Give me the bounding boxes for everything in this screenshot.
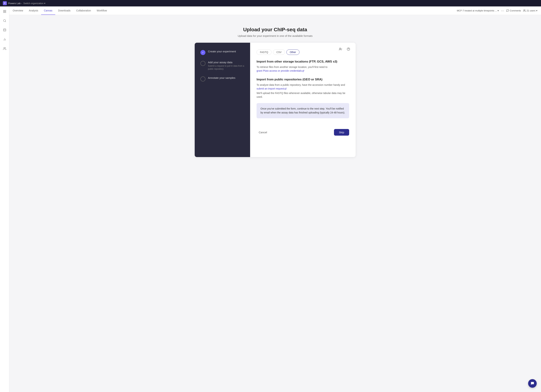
- top-bar: P Powers Lab - Switch organization ▾: [0, 0, 541, 6]
- section-repos-text1-content: To analyze data from a public repository…: [257, 83, 345, 86]
- page-title: Upload your ChIP-seq data: [243, 27, 307, 32]
- nav-tabs: Overview Analysis Canvas Downloads Colla…: [10, 6, 110, 15]
- section-repos-text2: We'll upload the FASTQ files whenever av…: [257, 91, 349, 99]
- experiment-chevron-icon: ▾: [498, 9, 499, 12]
- format-tabs: FASTQ CSV Other: [257, 50, 349, 55]
- sidebar-item-charts[interactable]: [2, 36, 7, 42]
- svg-rect-0: [3, 10, 4, 11]
- org-name: Powers Lab -: [8, 2, 22, 5]
- step-create-experiment: ✓ Create your experiment: [200, 50, 244, 55]
- step-annotate-samples-info: Annotate your samples: [208, 76, 235, 79]
- step-create-experiment-info: Create your experiment: [208, 50, 236, 53]
- nav-bar-right: MCF-7 treated at multiple timepoints ...…: [457, 9, 541, 13]
- card-container: ✓ Create your experiment Add your assay …: [195, 43, 356, 157]
- page-subtitle: Upload data for your experiment in one o…: [238, 34, 313, 37]
- left-panel: ✓ Create your experiment Add your assay …: [195, 43, 250, 157]
- grant-access-link-text: grant Pluto access or provide credential…: [257, 69, 302, 73]
- main-content: Upload your ChIP-seq data Upload data fo…: [9, 21, 541, 162]
- switch-organization-button[interactable]: Switch organization ▾: [23, 2, 46, 5]
- svg-line-5: [5, 21, 6, 22]
- step-annotate-samples: Annotate your samples: [200, 76, 244, 82]
- section-public-repos: Import from public repositories (GEO or …: [257, 78, 349, 99]
- right-panel: FASTQ CSV Other Import from other storag…: [250, 43, 356, 157]
- svg-point-6: [3, 29, 6, 30]
- svg-point-11: [524, 10, 525, 10]
- right-panel-actions: [338, 46, 351, 52]
- section-storage-text-content: To retrieve files from another storage l…: [257, 66, 327, 68]
- panel-footer: Cancel Skip: [257, 125, 349, 136]
- step-add-assay: Add your assay data Submit a request to …: [200, 61, 244, 71]
- info-box: Once you've submitted the form, continue…: [257, 103, 349, 118]
- tab-analysis[interactable]: Analysis: [26, 6, 41, 15]
- users-button[interactable]: 21 users ▾: [523, 9, 537, 12]
- nav-bar-actions: Comments 21 users ▾: [506, 9, 537, 12]
- switch-org-label: Switch organization: [23, 2, 44, 5]
- experiment-name[interactable]: MCF-7 treated at multiple timepoints ...…: [457, 9, 499, 12]
- experiment-name-text: MCF-7 treated at multiple timepoints ...: [457, 9, 497, 12]
- help-button[interactable]: [346, 46, 351, 52]
- tab-fastq[interactable]: FASTQ: [257, 50, 271, 55]
- more-options-icon[interactable]: ⋯: [501, 9, 504, 13]
- svg-rect-3: [3, 12, 4, 13]
- chat-bubble[interactable]: [528, 379, 537, 388]
- section-storage-title: Import from other storage locations (FTP…: [257, 60, 349, 63]
- sidebar-item-search[interactable]: [2, 18, 7, 24]
- section-repos-title: Import from public repositories (GEO or …: [257, 78, 349, 81]
- tab-other[interactable]: Other: [286, 50, 299, 55]
- sidebar: [0, 6, 9, 392]
- info-box-text: Once you've submitted the form, continue…: [260, 107, 345, 115]
- step-annotate-samples-title: Annotate your samples: [208, 76, 235, 79]
- submit-import-link-text: submit an import request: [257, 87, 284, 91]
- grant-access-link[interactable]: grant Pluto access or provide credential…: [257, 69, 304, 73]
- app-logo: P: [3, 1, 7, 5]
- tab-collaboration[interactable]: Collaboration: [73, 6, 94, 15]
- sidebar-item-data[interactable]: [2, 27, 7, 33]
- sidebar-item-home[interactable]: [2, 9, 7, 14]
- svg-rect-1: [5, 10, 6, 11]
- section-other-storage: Import from other storage locations (FTP…: [257, 60, 349, 73]
- svg-rect-2: [5, 12, 6, 13]
- users-chevron-icon: ▾: [536, 9, 537, 12]
- skip-button[interactable]: Skip: [334, 129, 349, 136]
- tab-overview[interactable]: Overview: [10, 6, 26, 15]
- submit-import-link[interactable]: submit an import request: [257, 87, 286, 91]
- chevron-down-icon: ▾: [44, 2, 45, 5]
- comments-button[interactable]: Comments: [506, 9, 521, 12]
- checkmark-icon: ✓: [202, 51, 204, 54]
- svg-point-12: [339, 48, 341, 49]
- nav-bar: Overview Analysis Canvas Downloads Colla…: [0, 6, 541, 15]
- svg-point-10: [4, 47, 5, 48]
- tab-canvas[interactable]: Canvas: [41, 6, 55, 15]
- step-create-experiment-icon: ✓: [200, 50, 205, 55]
- comments-label: Comments: [510, 9, 521, 12]
- tab-csv[interactable]: CSV: [273, 50, 285, 55]
- step-add-assay-icon: [200, 61, 205, 66]
- users-label: 21 users: [526, 9, 536, 12]
- step-create-experiment-title: Create your experiment: [208, 50, 236, 53]
- step-add-assay-desc: Submit a request to pull in data from a …: [208, 65, 244, 71]
- svg-line-18: [285, 88, 286, 89]
- step-add-assay-info: Add your assay data Submit a request to …: [208, 61, 244, 71]
- tab-downloads[interactable]: Downloads: [55, 6, 73, 15]
- sidebar-item-users[interactable]: [2, 46, 7, 52]
- step-add-assay-title: Add your assay data: [208, 61, 244, 64]
- cancel-button[interactable]: Cancel: [257, 129, 269, 135]
- section-storage-text: To retrieve files from another storage l…: [257, 65, 349, 73]
- section-repos-text1: To analyze data from a public repository…: [257, 83, 349, 91]
- add-person-button[interactable]: [338, 46, 343, 52]
- tab-workflow[interactable]: Workflow: [94, 6, 110, 15]
- svg-line-17: [303, 70, 304, 71]
- step-annotate-samples-icon: [200, 77, 205, 82]
